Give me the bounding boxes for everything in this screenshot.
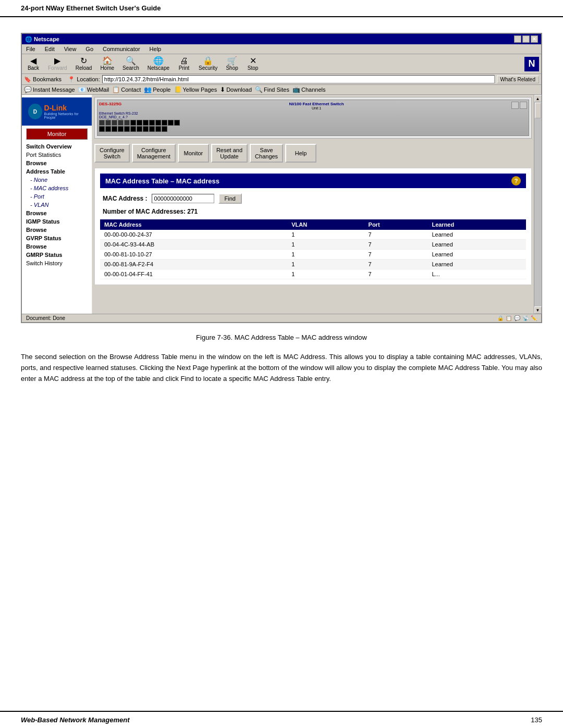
sidebar-browse[interactable]: Browse bbox=[22, 159, 92, 167]
status-icon-3: 💬 bbox=[514, 315, 520, 321]
sidebar-vlan[interactable]: - VLAN bbox=[22, 201, 92, 209]
security-button[interactable]: 🔒 Security bbox=[195, 56, 221, 72]
bookmark-yellow-pages[interactable]: 📒 Yellow Pages bbox=[174, 86, 217, 93]
table-row: 00-00-01-04-FF-41 1 7 L... bbox=[100, 269, 526, 279]
shop-icon: 🛒 bbox=[227, 57, 237, 65]
netscape-button[interactable]: 🌐 Netscape bbox=[144, 56, 173, 72]
page-footer: Web-Based Network Management 135 bbox=[0, 711, 563, 728]
col-mac-address: MAC Address bbox=[100, 219, 287, 230]
close-button[interactable]: ✕ bbox=[531, 35, 538, 43]
port-indicator bbox=[162, 126, 167, 132]
stop-button[interactable]: ✕ Stop bbox=[243, 56, 262, 72]
port-indicator bbox=[143, 120, 149, 126]
menu-communicator[interactable]: Communicator bbox=[101, 45, 142, 53]
cell-learned: Learned bbox=[427, 240, 526, 250]
search-icon: 🔍 bbox=[126, 57, 136, 65]
mac-count: Number of MAC Addresses: 271 bbox=[100, 208, 526, 215]
back-button[interactable]: ◀ Back bbox=[24, 56, 43, 72]
brand-name: D-Link bbox=[44, 104, 85, 112]
cell-vlan: 1 bbox=[287, 260, 364, 269]
home-button[interactable]: 🏠 Home bbox=[97, 56, 117, 72]
title-bar: 🌐 Netscape _ □ ✕ bbox=[22, 34, 541, 44]
sidebar-browse-igmp[interactable]: Browse bbox=[22, 209, 92, 217]
cell-port: 7 bbox=[364, 240, 428, 250]
search-button[interactable]: 🔍 Search bbox=[119, 56, 142, 72]
sidebar-browse-gmrp[interactable]: Browse bbox=[22, 242, 92, 251]
cell-port: 7 bbox=[364, 260, 428, 269]
port-indicator bbox=[143, 126, 149, 132]
back-icon: ◀ bbox=[30, 57, 36, 65]
menu-help[interactable]: Help bbox=[148, 45, 164, 53]
forward-button[interactable]: ▶ Forward bbox=[45, 56, 70, 72]
footer-left: Web-Based Network Management bbox=[21, 716, 130, 724]
minimize-button[interactable]: _ bbox=[514, 35, 521, 43]
bookmark-channels[interactable]: 📺 Channels bbox=[292, 86, 325, 93]
sidebar-mac-address[interactable]: - MAC address bbox=[22, 184, 92, 192]
configure-management-button[interactable]: Configure Management bbox=[132, 144, 176, 163]
save-changes-button[interactable]: Save Changes bbox=[250, 144, 283, 163]
sidebar-address-table[interactable]: Address Table bbox=[22, 167, 92, 176]
window-controls[interactable]: _ □ ✕ bbox=[514, 35, 538, 43]
scroll-track[interactable] bbox=[534, 102, 542, 306]
menu-file[interactable]: File bbox=[24, 45, 38, 53]
footer-right: 135 bbox=[531, 716, 542, 724]
sidebar-port[interactable]: - Port bbox=[22, 192, 92, 201]
cell-vlan: 1 bbox=[287, 269, 364, 279]
location-label: 📍 Location: bbox=[68, 76, 100, 83]
sidebar: D D-Link Building Networks for People Mo… bbox=[22, 95, 92, 314]
cell-vlan: 1 bbox=[287, 230, 364, 240]
monitor-button[interactable]: Monitor bbox=[26, 128, 88, 140]
status-icon-5: ✏️ bbox=[531, 315, 537, 321]
sidebar-none[interactable]: - None bbox=[22, 176, 92, 184]
print-button[interactable]: 🖨 Print bbox=[175, 56, 193, 72]
port-indicator bbox=[168, 120, 174, 126]
reset-update-button[interactable]: Reset and Update bbox=[211, 144, 248, 163]
url-input[interactable] bbox=[102, 75, 495, 83]
menu-edit[interactable]: Edit bbox=[43, 45, 57, 53]
port-indicator bbox=[99, 126, 105, 132]
sidebar-gmrp-status[interactable]: GMRP Status bbox=[22, 251, 92, 259]
sidebar-browse-gvrp[interactable]: Browse bbox=[22, 226, 92, 234]
vertical-scrollbar[interactable]: ▲ ▼ bbox=[534, 95, 541, 314]
help-button[interactable]: Help bbox=[285, 144, 316, 163]
port-indicator bbox=[149, 120, 155, 126]
sidebar-switch-overview[interactable]: Switch Overview bbox=[22, 142, 92, 151]
sidebar-switch-history[interactable]: Switch History bbox=[22, 259, 92, 267]
bookmark-contact[interactable]: 📋 Contact bbox=[112, 86, 141, 93]
help-icon[interactable]: ? bbox=[511, 176, 521, 186]
table-header-bar: MAC Address Table – MAC address ? bbox=[100, 174, 526, 188]
configure-switch-button[interactable]: Configure Switch bbox=[94, 144, 130, 163]
bookmark-find-sites[interactable]: 🔍 Find Sites bbox=[255, 86, 289, 93]
bookmark-download[interactable]: ⬇ Download bbox=[220, 86, 252, 93]
table-row: 00-00-00-00-24-37 1 7 Learned bbox=[100, 230, 526, 240]
monitor-nav-button[interactable]: Monitor bbox=[178, 144, 209, 163]
port-indicator bbox=[124, 120, 130, 126]
maximize-button[interactable]: □ bbox=[522, 35, 530, 43]
port-indicator bbox=[149, 126, 155, 132]
mac-address-input[interactable] bbox=[152, 194, 214, 203]
find-button[interactable]: Find bbox=[218, 193, 242, 204]
bookmark-instant-message[interactable]: 💬 Instant Message bbox=[24, 86, 75, 93]
scroll-thumb[interactable] bbox=[535, 103, 541, 118]
menu-go[interactable]: Go bbox=[83, 45, 95, 53]
port-indicator bbox=[155, 120, 161, 126]
port-indicator bbox=[99, 120, 105, 126]
shop-button[interactable]: 🛒 Shop bbox=[223, 56, 241, 72]
sidebar-gvrp-status[interactable]: GVRP Status bbox=[22, 234, 92, 242]
bookmark-people[interactable]: 👥 People bbox=[144, 86, 170, 93]
switch-image: DES-3225G NI/100 Fast Ethernet Switch Un… bbox=[94, 97, 532, 139]
dlink-logo: D D-Link Building Networks for People bbox=[22, 97, 92, 126]
scroll-up-button[interactable]: ▲ bbox=[534, 95, 542, 102]
bookmark-webmail[interactable]: 📧 WebMail bbox=[78, 86, 109, 93]
col-vlan: VLAN bbox=[287, 219, 364, 230]
status-text: Document: Done bbox=[26, 315, 65, 321]
whats-related-button[interactable]: What's Related bbox=[497, 76, 540, 83]
sidebar-igmp-status[interactable]: IGMP Status bbox=[22, 217, 92, 226]
col-learned: Learned bbox=[427, 219, 526, 230]
menu-view[interactable]: View bbox=[62, 45, 79, 53]
scroll-down-button[interactable]: ▼ bbox=[534, 306, 542, 314]
cell-mac: 00-00-81-9A-F2-F4 bbox=[100, 260, 287, 269]
netscape-n-logo: N bbox=[524, 57, 539, 71]
reload-button[interactable]: ↻ Reload bbox=[72, 56, 95, 72]
sidebar-port-statistics[interactable]: Port Statistics bbox=[22, 151, 92, 159]
